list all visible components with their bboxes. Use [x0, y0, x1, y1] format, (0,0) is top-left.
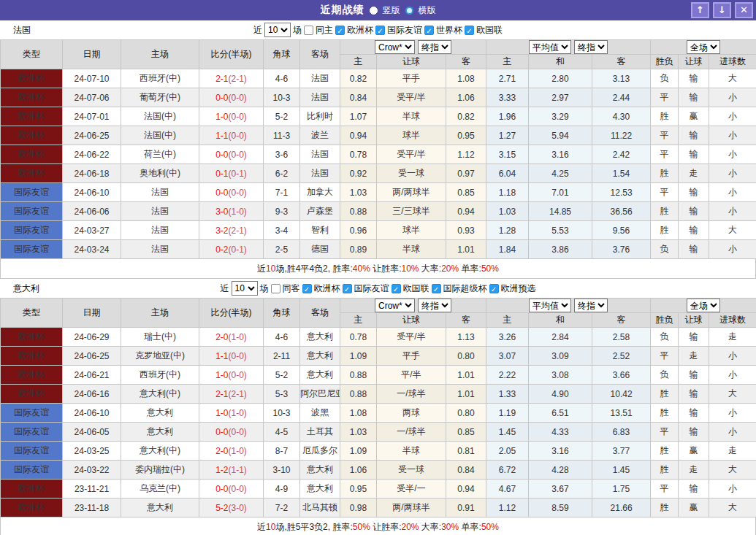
avg-draw-odds-cell: 3.09	[529, 347, 592, 366]
result-cell: 胜	[651, 107, 679, 126]
score-cell: 1-0(0-0)	[199, 107, 264, 126]
avg-home-odds-cell: 1.84	[486, 240, 529, 259]
handicap-line-cell: 三/三球半	[377, 202, 446, 221]
avg-draw-odds-cell: 3.08	[529, 366, 592, 385]
games-count-select[interactable]: 10	[264, 23, 291, 37]
handicap-line-cell: 受平/半	[377, 145, 446, 164]
match-type-cell: 欧洲杯	[1, 145, 63, 164]
avg-draw-odds-cell: 5.94	[529, 126, 592, 145]
odds-period-select[interactable]: 终指	[418, 299, 451, 312]
close-button[interactable]: ✕	[735, 2, 753, 18]
corners-cell: 11-3	[264, 126, 300, 145]
scope-select[interactable]: 全场	[687, 40, 720, 54]
summary-text: 单率:	[459, 522, 481, 532]
match-type-cell: 欧洲杯	[1, 88, 63, 107]
sections-root: 法国近10场同主✓欧洲杯✓国际友谊✓世界杯✓欧国联类型日期主场比分(半场)角球客…	[0, 20, 756, 535]
league-checkbox-3[interactable]: ✓	[465, 26, 474, 35]
match-type-cell: 国际友谊	[1, 442, 63, 461]
avg-source-select[interactable]: 平均值	[529, 299, 571, 312]
games-count-select[interactable]: 10	[232, 281, 258, 296]
sub-col-header-2: 客	[446, 313, 486, 328]
handicap-result-cell: 输	[679, 145, 709, 164]
away-team-cell: 法国	[300, 145, 340, 164]
odds-period-select[interactable]: 终指	[418, 40, 451, 54]
home-win-odds-cell: 0.78	[340, 145, 377, 164]
same-venue-checkbox[interactable]	[304, 26, 313, 35]
date-cell: 24-06-29	[63, 328, 121, 347]
vertical-layout-radio[interactable]	[370, 7, 378, 15]
away-win-odds-cell: 0.97	[446, 164, 486, 183]
same-venue-label: 同主	[316, 24, 333, 36]
away-win-odds-cell: 0.80	[446, 404, 486, 423]
home-win-odds-cell: 1.07	[340, 107, 377, 126]
away-win-odds-cell: 1.01	[446, 240, 486, 259]
panel-title: 近期战绩	[321, 4, 364, 17]
corners-cell: 2-11	[264, 347, 300, 366]
corners-cell: 6-2	[264, 164, 300, 183]
result-cell: 负	[651, 366, 679, 385]
horizontal-layout-radio[interactable]	[405, 7, 413, 15]
avg-away-odds-cell: 4.30	[592, 107, 651, 126]
full-score: 1-1	[215, 131, 228, 141]
odds-source-select[interactable]: Crow*	[375, 40, 415, 54]
home-win-odds-cell: 0.89	[340, 240, 377, 259]
scope-select[interactable]: 全场	[687, 299, 720, 312]
goals-result-cell: 小	[709, 404, 756, 423]
avg-period-select[interactable]: 终指	[574, 40, 608, 54]
date-cell: 24-03-24	[63, 240, 121, 259]
league-checkbox-2[interactable]: ✓	[424, 26, 434, 35]
home-team-cell: 葡萄牙(中)	[121, 88, 199, 107]
avg-home-odds-cell: 3.15	[486, 145, 529, 164]
handicap-result-cell: 输	[679, 88, 709, 107]
avg-draw-odds-cell: 14.85	[529, 202, 592, 221]
match-row: 欧洲杯24-06-29瑞士(中)2-0(1-0)4-6意大利0.78受平/半1.…	[1, 328, 756, 347]
odds-source-select[interactable]: Crow*	[375, 299, 415, 312]
avg-source-select[interactable]: 平均值	[529, 40, 571, 54]
league-checkbox-0[interactable]: ✓	[335, 26, 345, 35]
league-checkbox-3[interactable]: ✓	[432, 284, 441, 293]
avg-draw-odds-cell: 3.67	[529, 480, 592, 499]
horizontal-layout-label[interactable]: 横版	[419, 4, 436, 17]
league-checkbox-1[interactable]: ✓	[343, 284, 352, 293]
result-cell: 平	[651, 347, 679, 366]
vertical-layout-label[interactable]: 竖版	[383, 4, 400, 17]
handicap-result-cell: 输	[679, 385, 709, 404]
filter-controls: 近10场同主✓欧洲杯✓国际友谊✓世界杯✓欧国联	[253, 23, 503, 37]
date-cell: 24-06-25	[63, 347, 121, 366]
sub-col-header-3: 主	[486, 313, 529, 328]
summary-text: 场,胜5平3负2, 胜率:	[275, 522, 352, 532]
handicap-result-cell: 赢	[679, 107, 709, 126]
corners-cell: 4-5	[264, 423, 300, 442]
avg-draw-odds-cell: 8.59	[529, 499, 592, 517]
section-1: 意大利近10场同客✓欧洲杯✓国际友谊✓欧国联✓国际超级杯✓欧洲预选类型日期主场比…	[0, 279, 756, 535]
summary-text: 大率:	[419, 263, 442, 274]
goals-result-cell: 大	[709, 69, 756, 88]
same-venue-checkbox[interactable]	[271, 284, 280, 293]
corners-cell: 10-3	[264, 88, 300, 107]
avg-home-odds-cell: 1.03	[486, 202, 529, 221]
match-row: 欧洲杯24-06-22荷兰(中)0-0(0-0)3-6法国0.78受平/半1.1…	[1, 145, 756, 164]
move-up-button[interactable]: ↑	[691, 2, 709, 18]
avg-period-select[interactable]: 终指	[574, 299, 608, 312]
avg-home-odds-cell: 2.05	[486, 442, 529, 461]
league-checkbox-2[interactable]: ✓	[392, 284, 401, 293]
league-label-4: 欧洲预选	[501, 282, 536, 295]
avg-home-odds-cell: 1.18	[486, 183, 529, 202]
league-checkbox-0[interactable]: ✓	[302, 284, 312, 293]
summary-value: 10%	[401, 263, 419, 274]
away-team-cell: 北马其顿	[300, 499, 340, 517]
avg-home-odds-cell: 3.26	[486, 328, 529, 347]
match-row: 欧洲杯24-07-10西班牙(中)2-1(2-1)4-6法国0.82平手1.08…	[1, 69, 756, 88]
titlebar: 近期战绩 竖版 横版 ↑ ↓ ✕	[0, 0, 756, 20]
move-down-button[interactable]: ↓	[713, 2, 731, 18]
handicap-line-cell: 两/两球半	[377, 183, 446, 202]
match-type-cell: 国际友谊	[1, 240, 63, 259]
handicap-result-cell: 输	[679, 366, 709, 385]
full-score: 1-0	[215, 370, 228, 380]
league-checkbox-4[interactable]: ✓	[489, 284, 499, 293]
match-type-cell: 国际友谊	[1, 221, 63, 240]
half-score: (0-0)	[229, 370, 247, 380]
league-checkbox-1[interactable]: ✓	[375, 26, 385, 35]
corners-cell: 5-3	[264, 385, 300, 404]
home-team-cell: 意大利	[121, 404, 199, 423]
